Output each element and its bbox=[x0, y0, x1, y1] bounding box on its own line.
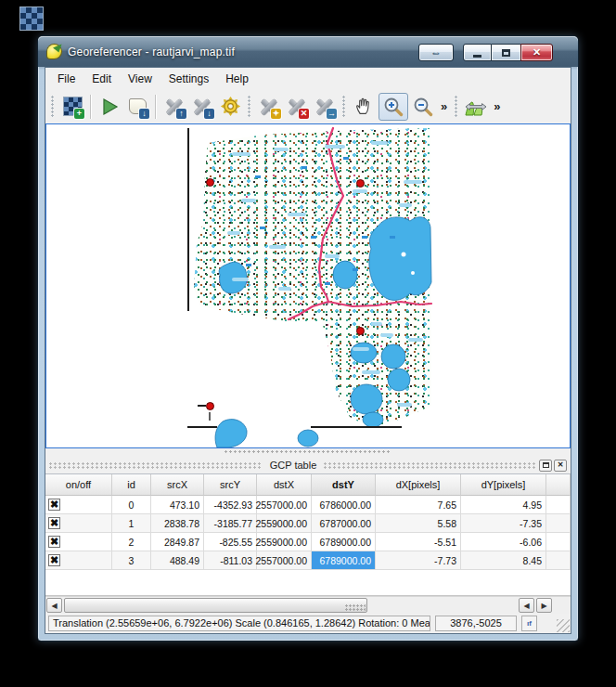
table-cell-dstY[interactable]: 6789000.00 bbox=[312, 551, 376, 570]
column-header-dXpixels[interactable]: dX[pixels] bbox=[376, 474, 461, 496]
gcp-marker-0[interactable] bbox=[206, 178, 214, 187]
maximize-button[interactable] bbox=[492, 44, 520, 61]
table-cell-id[interactable]: 2 bbox=[112, 533, 151, 551]
zoom-in-button[interactable] bbox=[379, 93, 408, 121]
table-cell-dY[interactable]: 8.45 bbox=[461, 551, 546, 570]
map-sheet-border bbox=[311, 426, 402, 428]
close-button[interactable]: ✕ bbox=[520, 44, 553, 61]
toolbar-drag-handle[interactable] bbox=[455, 96, 458, 118]
table-cell-srcX[interactable]: 2838.78 bbox=[151, 514, 204, 533]
column-header-srcY[interactable]: srcY bbox=[204, 474, 257, 496]
zoom-out-button[interactable] bbox=[410, 94, 436, 120]
toolbar-overflow-chevron[interactable]: » bbox=[441, 100, 447, 112]
transformation-settings-button[interactable] bbox=[217, 94, 243, 120]
open-raster-button[interactable]: + bbox=[59, 94, 85, 120]
menu-edit[interactable]: Edit bbox=[83, 70, 120, 88]
scroll-right-button[interactable]: ▶ bbox=[536, 598, 552, 613]
title-bar[interactable]: Georeferencer - rautjarvi_map.tif ⇔ ✕ bbox=[38, 36, 578, 67]
swamp-mark bbox=[269, 245, 286, 249]
gdal-script-button[interactable]: ↓ bbox=[124, 94, 150, 120]
column-header-srcX[interactable]: srcX bbox=[151, 474, 204, 496]
toolbar-drag-handle[interactable] bbox=[342, 96, 346, 118]
menu-view[interactable]: View bbox=[120, 70, 160, 88]
desktop-raster-icon[interactable] bbox=[20, 7, 43, 30]
dock-splitter-handle[interactable] bbox=[45, 448, 571, 457]
table-cell-dstX[interactable]: 2559000.00 bbox=[257, 514, 312, 533]
scrollbar-thumb[interactable] bbox=[64, 598, 367, 613]
gcp-table-header: on/offidsrcXsrcYdstXdstYdX[pixels]dY[pix… bbox=[45, 474, 571, 496]
toolbar-drag-handle[interactable] bbox=[248, 96, 251, 118]
water-dash bbox=[311, 236, 316, 239]
gcp-marker-3[interactable] bbox=[206, 402, 214, 410]
map-canvas[interactable] bbox=[45, 123, 571, 448]
horizontal-scrollbar[interactable]: ◀ ◀ ▶ bbox=[45, 596, 571, 614]
water-dash bbox=[255, 175, 261, 178]
table-cell-dX[interactable]: 7.65 bbox=[376, 496, 461, 514]
menu-settings[interactable]: Settings bbox=[160, 70, 217, 88]
table-cell-srcY[interactable]: -3185.77 bbox=[204, 514, 257, 533]
load-gcp-points-button[interactable]: ↑ bbox=[161, 94, 187, 120]
gcp-dock-titlebar[interactable]: GCP table ✕ bbox=[45, 457, 571, 473]
column-header-id[interactable]: id bbox=[112, 474, 151, 496]
toolbar-overflow-chevron[interactable]: » bbox=[494, 100, 500, 112]
gcp-marker-2[interactable] bbox=[356, 327, 365, 335]
menu-file[interactable]: File bbox=[49, 70, 83, 88]
gcp-enabled-checkbox[interactable]: ✖ bbox=[48, 499, 60, 511]
minimize-button[interactable] bbox=[463, 44, 492, 61]
table-cell-dX[interactable]: 5.58 bbox=[376, 514, 461, 533]
map-sheet-border bbox=[187, 426, 217, 428]
delete-point-button[interactable]: ✕ bbox=[284, 94, 310, 120]
table-cell-dstX[interactable]: 2557000.00 bbox=[257, 496, 312, 514]
table-cell-dY[interactable]: -6.06 bbox=[461, 533, 546, 551]
table-cell-srcX[interactable]: 473.10 bbox=[151, 496, 204, 514]
table-cell-srcY[interactable]: -811.03 bbox=[204, 551, 257, 570]
qgis-app-icon bbox=[47, 45, 61, 58]
start-georeferencing-button[interactable] bbox=[96, 94, 122, 120]
table-cell-dY[interactable]: -7.35 bbox=[461, 514, 546, 533]
menu-help[interactable]: Help bbox=[217, 70, 257, 88]
table-cell-dstY[interactable]: 6787000.00 bbox=[312, 514, 376, 533]
status-mini-button[interactable]: ıf bbox=[521, 616, 537, 631]
swamp-mark bbox=[362, 370, 380, 374]
table-cell-id[interactable]: 3 bbox=[112, 551, 151, 570]
table-cell-onoff: ✖ bbox=[45, 496, 112, 514]
toolbar-drag-handle[interactable] bbox=[51, 96, 55, 118]
table-cell-srcX[interactable]: 488.49 bbox=[151, 551, 204, 570]
move-point-button[interactable]: → bbox=[312, 94, 338, 120]
dock-float-button[interactable] bbox=[539, 460, 552, 472]
column-header-dstX[interactable]: dstX bbox=[257, 474, 312, 496]
gcp-enabled-checkbox[interactable]: ✖ bbox=[48, 517, 60, 529]
table-cell-srcX[interactable]: 2849.87 bbox=[151, 533, 204, 551]
table-cell-dX[interactable]: -5.51 bbox=[376, 533, 461, 551]
column-header-onoff[interactable]: on/off bbox=[45, 474, 112, 496]
table-cell-dstY[interactable]: 6786000.00 bbox=[312, 496, 376, 514]
table-cell-id[interactable]: 0 bbox=[112, 496, 151, 514]
column-header-dYpixels[interactable]: dY[pixels] bbox=[461, 474, 546, 496]
gcp-enabled-checkbox[interactable]: ✖ bbox=[48, 536, 60, 548]
pan-button[interactable] bbox=[351, 94, 377, 120]
table-cell-dstX[interactable]: 2559000.00 bbox=[257, 533, 312, 551]
table-cell-srcY[interactable]: -825.55 bbox=[204, 533, 257, 551]
water-dash bbox=[343, 157, 349, 160]
save-gcp-points-button[interactable]: ↓ bbox=[189, 94, 215, 120]
dock-close-button[interactable]: ✕ bbox=[554, 460, 567, 472]
table-cell-dstX[interactable]: 2557000.00 bbox=[257, 551, 312, 570]
table-cell-dstY[interactable]: 6789000.00 bbox=[312, 533, 376, 551]
water-dash bbox=[353, 268, 358, 271]
swamp-mark bbox=[380, 333, 393, 337]
link-georeferencer-button[interactable] bbox=[463, 94, 489, 120]
gcp-marker-1[interactable] bbox=[356, 179, 365, 188]
table-cell-dX[interactable]: -7.73 bbox=[376, 551, 461, 570]
resize-grip[interactable] bbox=[557, 619, 570, 632]
lake-island bbox=[411, 271, 415, 275]
dock-toggle-button[interactable]: ⇔ bbox=[418, 44, 454, 61]
table-cell-srcY[interactable]: -4352.93 bbox=[204, 496, 257, 514]
scroll-left-button[interactable]: ◀ bbox=[46, 598, 62, 613]
table-cell-id[interactable]: 1 bbox=[112, 514, 151, 533]
table-cell-dY[interactable]: 4.95 bbox=[461, 496, 546, 514]
add-point-button[interactable]: ✦ bbox=[256, 94, 282, 120]
column-header-dstY[interactable]: dstY bbox=[312, 474, 376, 496]
gcp-enabled-checkbox[interactable]: ✖ bbox=[48, 554, 60, 566]
scroll-left-button[interactable]: ◀ bbox=[519, 598, 534, 613]
swamp-mark bbox=[397, 403, 412, 407]
